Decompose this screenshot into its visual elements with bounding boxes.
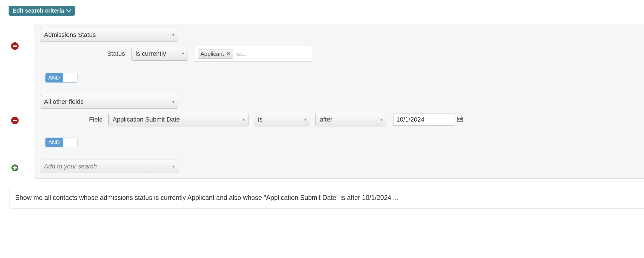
svg-rect-11 <box>458 119 459 120</box>
operator2-select-value: after <box>320 116 332 123</box>
status-chip: Applicant ✕ <box>198 49 233 59</box>
svg-rect-6 <box>13 167 17 168</box>
edit-search-criteria-label: Edit search criteria <box>13 7 64 14</box>
or-placeholder: or... <box>236 51 247 57</box>
add-to-search-placeholder: Add to your search <box>44 163 97 170</box>
search-summary-text: Show me all contacts whose admissions st… <box>15 194 399 201</box>
operator2-select[interactable]: after ▼ <box>315 113 386 126</box>
operator-select[interactable]: is currently ▼ <box>131 47 188 61</box>
category-select-value: Admissions Status <box>44 31 96 39</box>
svg-rect-12 <box>460 119 461 120</box>
remove-chip-icon[interactable]: ✕ <box>226 51 230 57</box>
status-value-input[interactable]: Applicant ✕ or... <box>195 46 312 62</box>
caret-down-icon: ▼ <box>380 118 383 122</box>
remove-criteria-icon[interactable] <box>11 117 19 124</box>
search-summary: Show me all contacts whose admissions st… <box>9 187 644 209</box>
category-select[interactable]: Admissions Status ▼ <box>40 28 178 42</box>
logic-toggle-value: AND <box>45 73 63 82</box>
operator-select-value: is currently <box>136 50 166 57</box>
logic-toggle[interactable]: AND <box>45 138 77 147</box>
criteria-block: Admissions Status ▼ Status is currently … <box>40 28 638 94</box>
field-select[interactable]: Application Submit Date ▼ <box>108 113 249 126</box>
field-select-value: Application Submit Date <box>113 116 180 123</box>
logic-toggle[interactable]: AND <box>45 73 77 82</box>
caret-down-icon: ▼ <box>181 52 185 56</box>
caret-down-icon: ▼ <box>172 164 175 168</box>
caret-down-icon: ▼ <box>242 118 245 122</box>
svg-rect-3 <box>13 120 17 121</box>
status-chip-label: Applicant <box>200 51 224 57</box>
chevron-down-icon <box>66 7 71 14</box>
logic-toggle-empty <box>63 138 77 147</box>
logic-toggle-empty <box>63 73 77 82</box>
remove-criteria-icon[interactable] <box>11 42 19 50</box>
category-select-value: All other fields <box>44 98 84 106</box>
date-input[interactable] <box>393 114 455 126</box>
caret-down-icon: ▼ <box>304 118 307 122</box>
edit-search-criteria-button[interactable]: Edit search criteria <box>9 6 75 16</box>
search-criteria-panel: Admissions Status ▼ Status is currently … <box>34 24 644 179</box>
add-to-search-select[interactable]: Add to your search ▼ <box>40 160 178 173</box>
operator1-select-value: is <box>258 116 263 123</box>
category-select[interactable]: All other fields ▼ <box>40 95 178 109</box>
operator1-select[interactable]: is ▼ <box>254 113 310 126</box>
field-label: Status <box>40 50 131 57</box>
caret-down-icon: ▼ <box>172 33 175 37</box>
caret-down-icon: ▼ <box>172 100 175 104</box>
add-criteria-icon[interactable] <box>11 164 19 172</box>
criteria-block: All other fields ▼ Field Application Sub… <box>40 95 638 158</box>
svg-rect-1 <box>13 45 17 47</box>
field-label: Field <box>40 116 108 123</box>
svg-rect-13 <box>461 119 462 120</box>
calendar-icon[interactable] <box>457 116 463 123</box>
logic-toggle-value: AND <box>45 138 63 147</box>
